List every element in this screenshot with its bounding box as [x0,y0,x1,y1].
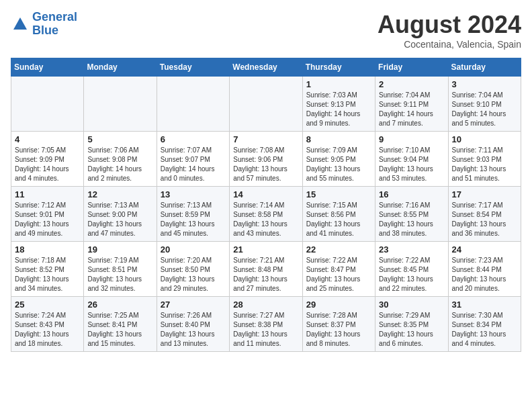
weekday-header-sunday: Sunday [11,58,84,77]
day-info: Sunrise: 7:09 AM Sunset: 9:05 PM Dayligh… [306,146,371,183]
day-info: Sunrise: 7:05 AM Sunset: 9:09 PM Dayligh… [15,146,80,183]
calendar-cell: 10Sunrise: 7:11 AM Sunset: 9:03 PM Dayli… [448,132,521,187]
day-info: Sunrise: 7:06 AM Sunset: 9:08 PM Dayligh… [87,146,152,183]
day-info: Sunrise: 7:07 AM Sunset: 9:07 PM Dayligh… [161,146,226,183]
day-number: 11 [15,189,80,199]
day-info: Sunrise: 7:17 AM Sunset: 8:54 PM Dayligh… [452,201,517,238]
day-info: Sunrise: 7:20 AM Sunset: 8:50 PM Dayligh… [161,256,226,293]
weekday-header-wednesday: Wednesday [230,58,302,77]
day-info: Sunrise: 7:10 AM Sunset: 9:04 PM Dayligh… [379,146,444,183]
day-number: 13 [161,189,226,199]
day-number: 5 [87,134,152,144]
calendar-cell: 14Sunrise: 7:14 AM Sunset: 8:58 PM Dayli… [230,187,302,242]
calendar-cell: 24Sunrise: 7:23 AM Sunset: 8:44 PM Dayli… [448,242,521,297]
day-number: 25 [15,300,80,310]
day-info: Sunrise: 7:03 AM Sunset: 9:13 PM Dayligh… [306,91,371,128]
calendar-cell: 28Sunrise: 7:27 AM Sunset: 8:38 PM Dayli… [230,297,302,352]
day-info: Sunrise: 7:12 AM Sunset: 9:01 PM Dayligh… [15,201,80,238]
day-info: Sunrise: 7:16 AM Sunset: 8:55 PM Dayligh… [379,201,444,238]
calendar-cell [11,77,84,132]
calendar-cell [157,77,229,132]
day-info: Sunrise: 7:13 AM Sunset: 8:59 PM Dayligh… [161,201,226,238]
calendar-cell: 16Sunrise: 7:16 AM Sunset: 8:55 PM Dayli… [375,187,448,242]
svg-rect-1 [17,23,23,30]
calendar-cell: 5Sunrise: 7:06 AM Sunset: 9:08 PM Daylig… [84,132,157,187]
logo-icon [11,15,30,34]
day-number: 30 [379,300,444,310]
day-number: 17 [452,189,517,199]
day-number: 26 [87,300,152,310]
calendar-cell: 15Sunrise: 7:15 AM Sunset: 8:56 PM Dayli… [302,187,375,242]
calendar-cell: 25Sunrise: 7:24 AM Sunset: 8:43 PM Dayli… [11,297,84,352]
calendar-table: SundayMondayTuesdayWednesdayThursdayFrid… [11,58,521,352]
day-number: 18 [15,244,80,255]
day-number: 22 [306,244,371,255]
calendar-cell: 19Sunrise: 7:19 AM Sunset: 8:51 PM Dayli… [84,242,157,297]
main-title: August 2024 [378,11,521,39]
day-number: 4 [15,134,80,144]
weekday-header-monday: Monday [84,58,157,77]
day-number: 10 [452,134,517,144]
calendar-cell: 31Sunrise: 7:30 AM Sunset: 8:34 PM Dayli… [448,297,521,352]
day-number: 31 [452,300,517,310]
day-number: 3 [452,79,517,89]
weekday-row: SundayMondayTuesdayWednesdayThursdayFrid… [11,58,521,77]
week-row-1: 1Sunrise: 7:03 AM Sunset: 9:13 PM Daylig… [11,77,521,132]
day-info: Sunrise: 7:25 AM Sunset: 8:41 PM Dayligh… [87,311,152,349]
calendar-cell: 22Sunrise: 7:22 AM Sunset: 8:47 PM Dayli… [302,242,375,297]
day-info: Sunrise: 7:11 AM Sunset: 9:03 PM Dayligh… [452,146,517,183]
calendar-cell: 6Sunrise: 7:07 AM Sunset: 9:07 PM Daylig… [157,132,229,187]
calendar-cell: 29Sunrise: 7:28 AM Sunset: 8:37 PM Dayli… [302,297,375,352]
day-number: 16 [379,189,444,199]
day-info: Sunrise: 7:13 AM Sunset: 9:00 PM Dayligh… [87,201,152,238]
calendar-body: 1Sunrise: 7:03 AM Sunset: 9:13 PM Daylig… [11,77,521,352]
day-number: 19 [87,244,152,255]
day-number: 24 [452,244,517,255]
day-number: 2 [379,79,444,89]
calendar-cell: 7Sunrise: 7:08 AM Sunset: 9:06 PM Daylig… [230,132,302,187]
day-info: Sunrise: 7:21 AM Sunset: 8:48 PM Dayligh… [233,256,298,293]
week-row-2: 4Sunrise: 7:05 AM Sunset: 9:09 PM Daylig… [11,132,521,187]
calendar-cell: 11Sunrise: 7:12 AM Sunset: 9:01 PM Dayli… [11,187,84,242]
week-row-4: 18Sunrise: 7:18 AM Sunset: 8:52 PM Dayli… [11,242,521,297]
day-number: 28 [233,300,298,310]
calendar-cell: 4Sunrise: 7:05 AM Sunset: 9:09 PM Daylig… [11,132,84,187]
day-info: Sunrise: 7:22 AM Sunset: 8:47 PM Dayligh… [306,256,371,293]
day-number: 21 [233,244,298,255]
day-number: 15 [306,189,371,199]
calendar-cell: 12Sunrise: 7:13 AM Sunset: 9:00 PM Dayli… [84,187,157,242]
day-info: Sunrise: 7:19 AM Sunset: 8:51 PM Dayligh… [87,256,152,293]
logo-line2: Blue [32,24,58,37]
day-number: 7 [233,134,298,144]
day-number: 9 [379,134,444,144]
calendar-cell: 2Sunrise: 7:04 AM Sunset: 9:11 PM Daylig… [375,77,448,132]
day-info: Sunrise: 7:22 AM Sunset: 8:45 PM Dayligh… [379,256,444,293]
calendar-cell: 26Sunrise: 7:25 AM Sunset: 8:41 PM Dayli… [84,297,157,352]
calendar-cell: 9Sunrise: 7:10 AM Sunset: 9:04 PM Daylig… [375,132,448,187]
day-number: 20 [161,244,226,255]
day-info: Sunrise: 7:14 AM Sunset: 8:58 PM Dayligh… [233,201,298,238]
day-info: Sunrise: 7:04 AM Sunset: 9:10 PM Dayligh… [452,91,517,128]
day-number: 8 [306,134,371,144]
logo: General Blue [11,11,77,38]
day-number: 1 [306,79,371,89]
day-info: Sunrise: 7:30 AM Sunset: 8:34 PM Dayligh… [452,311,517,349]
day-number: 14 [233,189,298,199]
calendar-cell: 23Sunrise: 7:22 AM Sunset: 8:45 PM Dayli… [375,242,448,297]
day-info: Sunrise: 7:08 AM Sunset: 9:06 PM Dayligh… [233,146,298,183]
calendar-cell: 21Sunrise: 7:21 AM Sunset: 8:48 PM Dayli… [230,242,302,297]
day-info: Sunrise: 7:15 AM Sunset: 8:56 PM Dayligh… [306,201,371,238]
week-row-5: 25Sunrise: 7:24 AM Sunset: 8:43 PM Dayli… [11,297,521,352]
weekday-header-saturday: Saturday [448,58,521,77]
logo-text: General Blue [32,11,77,38]
day-info: Sunrise: 7:29 AM Sunset: 8:35 PM Dayligh… [379,311,444,349]
day-number: 29 [306,300,371,310]
calendar-cell: 18Sunrise: 7:18 AM Sunset: 8:52 PM Dayli… [11,242,84,297]
day-info: Sunrise: 7:26 AM Sunset: 8:40 PM Dayligh… [161,311,226,349]
subtitle: Cocentaina, Valencia, Spain [378,39,521,50]
calendar-cell: 27Sunrise: 7:26 AM Sunset: 8:40 PM Dayli… [157,297,229,352]
day-info: Sunrise: 7:24 AM Sunset: 8:43 PM Dayligh… [15,311,80,349]
logo-line1: General [32,10,77,24]
calendar-cell: 30Sunrise: 7:29 AM Sunset: 8:35 PM Dayli… [375,297,448,352]
calendar-cell: 20Sunrise: 7:20 AM Sunset: 8:50 PM Dayli… [157,242,229,297]
